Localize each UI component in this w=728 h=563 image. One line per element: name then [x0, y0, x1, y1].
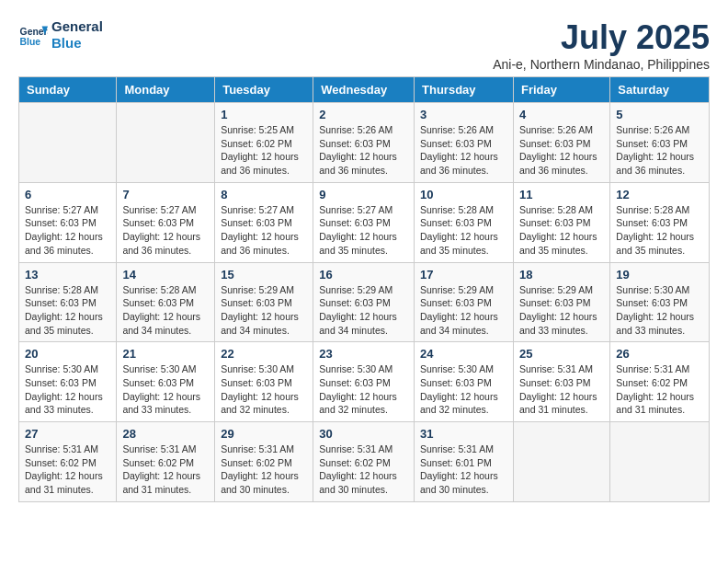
calendar-cell: 15Sunrise: 5:29 AM Sunset: 6:03 PM Dayli…	[215, 262, 313, 342]
day-detail: Sunrise: 5:26 AM Sunset: 6:03 PM Dayligh…	[519, 123, 604, 178]
day-detail: Sunrise: 5:29 AM Sunset: 6:03 PM Dayligh…	[420, 283, 507, 338]
svg-text:Blue: Blue	[20, 37, 41, 47]
subtitle: Ani-e, Northern Mindanao, Philippines	[493, 57, 710, 72]
day-detail: Sunrise: 5:28 AM Sunset: 6:03 PM Dayligh…	[420, 203, 507, 258]
calendar-cell: 13Sunrise: 5:28 AM Sunset: 6:03 PM Dayli…	[19, 262, 117, 342]
day-number: 5	[616, 108, 703, 121]
day-number: 6	[25, 188, 110, 201]
calendar-table: SundayMondayTuesdayWednesdayThursdayFrid…	[18, 76, 710, 502]
day-detail: Sunrise: 5:27 AM Sunset: 6:03 PM Dayligh…	[319, 203, 408, 258]
day-number: 21	[122, 347, 209, 361]
day-number: 22	[221, 347, 307, 361]
day-number: 30	[319, 427, 408, 441]
day-number: 17	[420, 268, 507, 282]
day-number: 26	[616, 347, 703, 361]
day-number: 14	[122, 268, 209, 282]
calendar-cell: 23Sunrise: 5:30 AM Sunset: 6:03 PM Dayli…	[313, 342, 415, 422]
day-detail: Sunrise: 5:30 AM Sunset: 6:03 PM Dayligh…	[25, 362, 110, 417]
day-detail: Sunrise: 5:30 AM Sunset: 6:03 PM Dayligh…	[221, 362, 307, 417]
calendar-cell: 6Sunrise: 5:27 AM Sunset: 6:03 PM Daylig…	[19, 182, 117, 262]
day-detail: Sunrise: 5:31 AM Sunset: 6:03 PM Dayligh…	[519, 362, 604, 417]
logo-icon: General Blue	[18, 20, 48, 50]
day-number: 1	[221, 108, 307, 121]
day-number: 15	[221, 268, 307, 282]
day-number: 8	[221, 188, 307, 201]
calendar-week-3: 13Sunrise: 5:28 AM Sunset: 6:03 PM Dayli…	[19, 262, 710, 342]
calendar-cell	[19, 103, 117, 183]
calendar-cell	[610, 422, 710, 502]
weekday-header-saturday: Saturday	[610, 77, 710, 103]
calendar-week-4: 20Sunrise: 5:30 AM Sunset: 6:03 PM Dayli…	[19, 342, 710, 422]
calendar-cell: 9Sunrise: 5:27 AM Sunset: 6:03 PM Daylig…	[313, 182, 415, 262]
calendar-cell	[513, 422, 609, 502]
day-detail: Sunrise: 5:31 AM Sunset: 6:01 PM Dayligh…	[420, 442, 507, 497]
day-detail: Sunrise: 5:31 AM Sunset: 6:02 PM Dayligh…	[616, 362, 703, 417]
calendar-cell: 8Sunrise: 5:27 AM Sunset: 6:03 PM Daylig…	[215, 182, 313, 262]
weekday-header-friday: Friday	[513, 77, 609, 103]
day-number: 28	[122, 427, 209, 441]
day-detail: Sunrise: 5:29 AM Sunset: 6:03 PM Dayligh…	[519, 283, 604, 338]
day-detail: Sunrise: 5:28 AM Sunset: 6:03 PM Dayligh…	[25, 283, 110, 338]
day-number: 12	[616, 188, 703, 201]
day-number: 18	[519, 268, 604, 282]
day-detail: Sunrise: 5:27 AM Sunset: 6:03 PM Dayligh…	[221, 203, 307, 258]
day-detail: Sunrise: 5:28 AM Sunset: 6:03 PM Dayligh…	[616, 203, 703, 258]
day-detail: Sunrise: 5:30 AM Sunset: 6:03 PM Dayligh…	[122, 362, 209, 417]
page-header: General Blue General Blue July 2025 Ani-…	[9, 9, 719, 76]
calendar-cell: 25Sunrise: 5:31 AM Sunset: 6:03 PM Dayli…	[513, 342, 609, 422]
logo: General Blue General Blue	[18, 18, 103, 52]
day-number: 31	[420, 427, 507, 441]
calendar-cell: 11Sunrise: 5:28 AM Sunset: 6:03 PM Dayli…	[513, 182, 609, 262]
calendar-cell: 4Sunrise: 5:26 AM Sunset: 6:03 PM Daylig…	[513, 103, 609, 183]
day-number: 7	[122, 188, 209, 201]
day-detail: Sunrise: 5:29 AM Sunset: 6:03 PM Dayligh…	[319, 283, 408, 338]
day-number: 4	[519, 108, 604, 121]
calendar-cell: 12Sunrise: 5:28 AM Sunset: 6:03 PM Dayli…	[610, 182, 710, 262]
day-detail: Sunrise: 5:28 AM Sunset: 6:03 PM Dayligh…	[122, 283, 209, 338]
weekday-header-row: SundayMondayTuesdayWednesdayThursdayFrid…	[19, 77, 710, 103]
day-number: 16	[319, 268, 408, 282]
day-number: 20	[25, 347, 110, 361]
weekday-header-sunday: Sunday	[19, 77, 117, 103]
day-detail: Sunrise: 5:27 AM Sunset: 6:03 PM Dayligh…	[122, 203, 209, 258]
day-number: 25	[519, 347, 604, 361]
day-detail: Sunrise: 5:26 AM Sunset: 6:03 PM Dayligh…	[420, 123, 507, 178]
day-detail: Sunrise: 5:26 AM Sunset: 6:03 PM Dayligh…	[319, 123, 408, 178]
day-detail: Sunrise: 5:31 AM Sunset: 6:02 PM Dayligh…	[25, 442, 110, 497]
day-number: 23	[319, 347, 408, 361]
calendar-cell: 18Sunrise: 5:29 AM Sunset: 6:03 PM Dayli…	[513, 262, 609, 342]
calendar-cell: 29Sunrise: 5:31 AM Sunset: 6:02 PM Dayli…	[215, 422, 313, 502]
calendar-cell: 5Sunrise: 5:26 AM Sunset: 6:03 PM Daylig…	[610, 103, 710, 183]
calendar-week-5: 27Sunrise: 5:31 AM Sunset: 6:02 PM Dayli…	[19, 422, 710, 502]
calendar-cell: 24Sunrise: 5:30 AM Sunset: 6:03 PM Dayli…	[415, 342, 514, 422]
day-detail: Sunrise: 5:30 AM Sunset: 6:03 PM Dayligh…	[420, 362, 507, 417]
weekday-header-wednesday: Wednesday	[313, 77, 415, 103]
day-detail: Sunrise: 5:30 AM Sunset: 6:03 PM Dayligh…	[616, 283, 703, 338]
calendar-cell: 7Sunrise: 5:27 AM Sunset: 6:03 PM Daylig…	[117, 182, 215, 262]
day-number: 2	[319, 108, 408, 121]
day-number: 27	[25, 427, 110, 441]
calendar-cell: 26Sunrise: 5:31 AM Sunset: 6:02 PM Dayli…	[610, 342, 710, 422]
main-title: July 2025	[493, 18, 710, 57]
day-number: 24	[420, 347, 507, 361]
calendar-week-2: 6Sunrise: 5:27 AM Sunset: 6:03 PM Daylig…	[19, 182, 710, 262]
calendar-cell: 20Sunrise: 5:30 AM Sunset: 6:03 PM Dayli…	[19, 342, 117, 422]
calendar-cell: 31Sunrise: 5:31 AM Sunset: 6:01 PM Dayli…	[415, 422, 514, 502]
day-number: 11	[519, 188, 604, 201]
day-detail: Sunrise: 5:31 AM Sunset: 6:02 PM Dayligh…	[319, 442, 408, 497]
day-detail: Sunrise: 5:31 AM Sunset: 6:02 PM Dayligh…	[122, 442, 209, 497]
day-number: 9	[319, 188, 408, 201]
day-detail: Sunrise: 5:27 AM Sunset: 6:03 PM Dayligh…	[25, 203, 110, 258]
weekday-header-monday: Monday	[117, 77, 215, 103]
day-number: 10	[420, 188, 507, 201]
day-number: 3	[420, 108, 507, 121]
calendar-body: 1Sunrise: 5:25 AM Sunset: 6:02 PM Daylig…	[19, 103, 710, 502]
calendar-cell: 21Sunrise: 5:30 AM Sunset: 6:03 PM Dayli…	[117, 342, 215, 422]
calendar-week-1: 1Sunrise: 5:25 AM Sunset: 6:02 PM Daylig…	[19, 103, 710, 183]
logo-text-blue: Blue	[51, 35, 103, 52]
weekday-header-thursday: Thursday	[415, 77, 514, 103]
calendar-cell: 10Sunrise: 5:28 AM Sunset: 6:03 PM Dayli…	[415, 182, 514, 262]
calendar-cell: 19Sunrise: 5:30 AM Sunset: 6:03 PM Dayli…	[610, 262, 710, 342]
calendar-cell: 3Sunrise: 5:26 AM Sunset: 6:03 PM Daylig…	[415, 103, 514, 183]
day-detail: Sunrise: 5:31 AM Sunset: 6:02 PM Dayligh…	[221, 442, 307, 497]
